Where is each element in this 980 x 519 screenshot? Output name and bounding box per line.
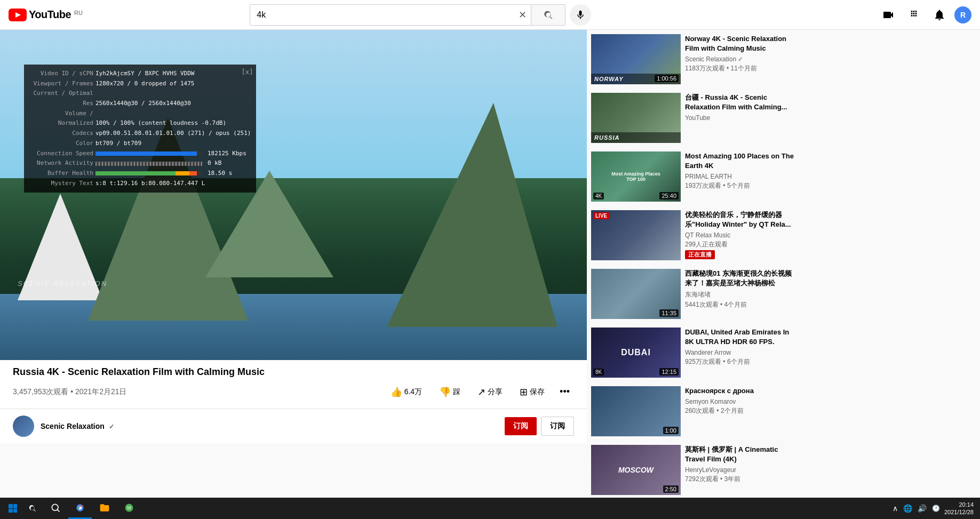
sidebar-channel-3: PRIMAL EARTH bbox=[685, 173, 795, 180]
debug-volume-label: Volume / bbox=[29, 109, 93, 119]
search-box: ✕ bbox=[250, 4, 531, 26]
thumb-8k-badge-6: 8K bbox=[593, 369, 604, 376]
sidebar-channel-4: QT Relax Music bbox=[685, 231, 795, 239]
taskbar-volume-icon[interactable]: 🔊 bbox=[915, 504, 929, 513]
taskbar-network-icon[interactable]: 🌐 bbox=[901, 504, 914, 513]
search-button[interactable] bbox=[531, 4, 565, 26]
thumb-duration-1: 1:00:56 bbox=[655, 75, 679, 82]
mic-button[interactable] bbox=[570, 4, 591, 26]
user-avatar[interactable]: R bbox=[954, 6, 971, 23]
video-player[interactable]: Scenic Relaxation [x] Video ID / sCPN Iy… bbox=[0, 30, 587, 360]
taskbar-chrome-app[interactable] bbox=[68, 498, 92, 519]
sidebar-item-7[interactable]: 1:00 Красноярск с дрона Semyon Komarov 2… bbox=[591, 382, 797, 441]
debug-videoid-label: Video ID / sCPN bbox=[29, 69, 93, 79]
video-section: Scenic Relaxation [x] Video ID / sCPN Iy… bbox=[0, 30, 587, 498]
taskbar-explorer-app[interactable] bbox=[93, 498, 116, 519]
thumb-label-2: RUSSIA bbox=[591, 132, 681, 143]
subscribe-button[interactable]: 订阅 bbox=[505, 417, 537, 435]
debug-normalized-value: 100% / 100% (content loudness -0.7dB) bbox=[95, 118, 226, 129]
thumbnail-8: MOSCOW 2:50 bbox=[591, 445, 681, 495]
thumb-4k-badge-3: 4K bbox=[593, 193, 604, 199]
search-area: ✕ bbox=[250, 4, 591, 26]
svg-text:W: W bbox=[127, 505, 131, 510]
thumb-duration-6: 12:15 bbox=[659, 368, 679, 376]
share-button[interactable]: ↗ 分享 bbox=[471, 382, 509, 402]
debug-viewport-value: 1280x720 / 0 dropped of 1475 bbox=[95, 79, 194, 89]
thumb-duration-7: 1:00 bbox=[663, 427, 679, 434]
video-actions: 👍 6.4万 👎 踩 ↗ 分享 ⊞ 保存 ••• bbox=[384, 382, 574, 402]
more-actions-button[interactable]: ••• bbox=[555, 382, 574, 402]
share-icon: ↗ bbox=[477, 386, 485, 398]
debug-network-value: 0 kB bbox=[208, 158, 222, 169]
like-button[interactable]: 👍 6.4万 bbox=[384, 382, 428, 402]
sidebar-item-4[interactable]: LIVE 优美轻松的音乐，宁静舒缓的器乐"Holiday Winter" by … bbox=[591, 206, 797, 265]
video-info: Russia 4K - Scenic Relaxation Film with … bbox=[0, 360, 587, 409]
youtube-icon bbox=[9, 9, 27, 21]
debug-color-label: Color bbox=[29, 139, 93, 149]
sidebar-info-3: Most Amazing 100 Places on The Earth 4K … bbox=[685, 151, 797, 202]
sidebar-channel-7: Semyon Komarov bbox=[685, 398, 795, 405]
youtube-logo[interactable]: YouTube RU bbox=[9, 9, 83, 21]
thumbnail-2: RUSSIA bbox=[591, 93, 681, 143]
svg-point-2 bbox=[52, 504, 58, 510]
sidebar-item-8[interactable]: MOSCOW 2:50 莫斯科 | 俄罗斯 | A Cinematic Trav… bbox=[591, 441, 797, 498]
dislike-button[interactable]: 👎 踩 bbox=[433, 382, 467, 402]
debug-network-label: Network Activity bbox=[29, 158, 93, 169]
sidebar-channel-2: YouTube bbox=[685, 114, 795, 122]
taskbar-apps: W bbox=[44, 498, 141, 519]
sidebar-info-4: 优美轻松的音乐，宁静舒缓的器乐"Holiday Winter" by QT Re… bbox=[685, 210, 797, 260]
debug-close-button[interactable]: [x] bbox=[242, 67, 253, 77]
create-icon bbox=[882, 9, 895, 21]
sidebar-meta-6: 925万次观看 • 6个月前 bbox=[685, 357, 795, 366]
taskbar-search-app[interactable] bbox=[44, 498, 67, 519]
logo-area: YouTube RU bbox=[9, 9, 94, 21]
dislike-icon: 👎 bbox=[439, 386, 451, 398]
thumbnail-7: 1:00 bbox=[591, 386, 681, 436]
sidebar-meta-4: 299人正在观看 bbox=[685, 240, 795, 249]
channel-info: Scenic Relaxation ✓ bbox=[41, 422, 114, 430]
taskbar-arrow-icon[interactable]: ∧ bbox=[890, 504, 900, 513]
sidebar-channel-5: 东海堵堵 bbox=[685, 290, 795, 299]
sidebar-title-4: 优美轻松的音乐，宁静舒缓的器乐"Holiday Winter" by QT Re… bbox=[685, 210, 795, 229]
create-video-button[interactable] bbox=[878, 4, 899, 26]
sidebar-meta-5: 5441次观看 • 4个月前 bbox=[685, 300, 795, 309]
sidebar-meta-3: 193万次观看 • 5个月前 bbox=[685, 181, 795, 190]
header-right: R bbox=[878, 4, 971, 26]
notifications-button[interactable] bbox=[929, 4, 950, 26]
join-button[interactable]: 订阅 bbox=[541, 417, 574, 436]
taskbar-clock-icon: 🕐 bbox=[930, 505, 942, 512]
main-content: Scenic Relaxation [x] Video ID / sCPN Iy… bbox=[0, 30, 980, 498]
windows-logo bbox=[9, 504, 17, 513]
taskbar: W ∧ 🌐 🔊 🕐 20:14 2021/12/28 bbox=[0, 498, 980, 519]
clear-search-icon[interactable]: ✕ bbox=[514, 9, 531, 21]
taskbar-wechat-app[interactable]: W bbox=[117, 498, 141, 519]
apps-button[interactable] bbox=[903, 4, 925, 26]
live-badge-4: LIVE bbox=[593, 212, 609, 219]
like-icon: 👍 bbox=[391, 386, 402, 398]
save-icon: ⊞ bbox=[520, 386, 528, 398]
mountain-right bbox=[387, 103, 557, 327]
header: YouTube RU ✕ bbox=[0, 0, 980, 30]
taskbar-search-button[interactable] bbox=[23, 498, 42, 519]
channel-avatar[interactable] bbox=[13, 416, 34, 437]
country-code: RU bbox=[74, 10, 83, 16]
sidebar-meta-7: 260次观看 • 2个月前 bbox=[685, 406, 795, 416]
sidebar-channel-6: Wanderer Arrow bbox=[685, 349, 795, 356]
video-watermark: Scenic Relaxation bbox=[18, 280, 107, 288]
youtube-text: YouTube bbox=[29, 9, 71, 21]
sidebar-item-5[interactable]: 11:35 西藏秘境01 东海渐更很久的长视频来了！嘉宾是至堵大神杨柳松 东海堵… bbox=[591, 265, 797, 323]
sidebar: NORWAY 1:00:56 Norway 4K - Scenic Relaxa… bbox=[587, 30, 801, 498]
sidebar-item-3[interactable]: Most Amazing PlacesTOP 100 25:40 4K Most… bbox=[591, 147, 797, 206]
channel-row: Scenic Relaxation ✓ 订阅 订阅 bbox=[0, 409, 587, 443]
sidebar-item-2[interactable]: RUSSIA 台疆 - Russia 4K - Scenic Relaxatio… bbox=[591, 89, 797, 147]
sidebar-meta-8: 7292次观看 • 3年前 bbox=[685, 475, 795, 484]
debug-mystery-label: Mystery Text bbox=[29, 179, 93, 189]
sidebar-item[interactable]: NORWAY 1:00:56 Norway 4K - Scenic Relaxa… bbox=[591, 30, 797, 89]
sidebar-title-6: DUBAI, United Arab Emirates In 8K ULTRA … bbox=[685, 328, 795, 347]
debug-buffer-value: 18.50 s bbox=[208, 169, 232, 179]
save-button[interactable]: ⊞ 保存 bbox=[513, 382, 551, 402]
mic-icon bbox=[575, 10, 586, 20]
search-input[interactable] bbox=[250, 5, 514, 25]
sidebar-item-6[interactable]: DUBAI 12:15 8K DUBAI, United Arab Emirat… bbox=[591, 323, 797, 382]
start-button[interactable] bbox=[2, 498, 23, 519]
